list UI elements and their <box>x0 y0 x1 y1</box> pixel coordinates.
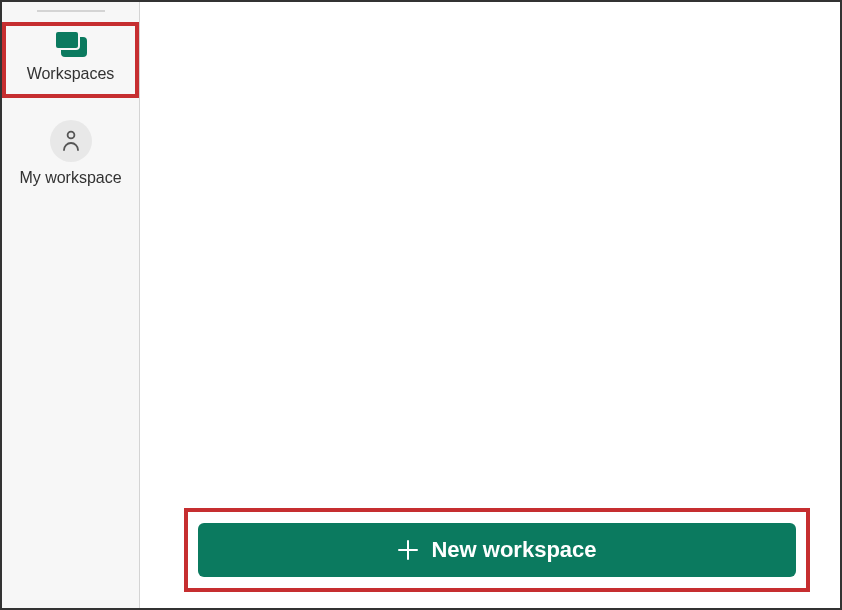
new-workspace-button[interactable]: New workspace <box>198 523 796 577</box>
nav-item-workspaces[interactable]: Workspaces <box>2 22 139 98</box>
plus-icon <box>397 539 419 561</box>
nav-item-my-workspace[interactable]: My workspace <box>2 112 139 198</box>
highlight-new-workspace: New workspace <box>184 508 810 592</box>
svg-point-0 <box>67 132 74 139</box>
sidebar: Workspaces My workspace <box>2 2 140 608</box>
nav-label-workspaces: Workspaces <box>27 64 115 84</box>
new-workspace-label: New workspace <box>431 537 596 563</box>
nav-label-my-workspace: My workspace <box>19 168 121 188</box>
sidebar-divider <box>37 10 105 12</box>
person-icon <box>50 120 92 162</box>
workspaces-icon <box>54 30 88 58</box>
